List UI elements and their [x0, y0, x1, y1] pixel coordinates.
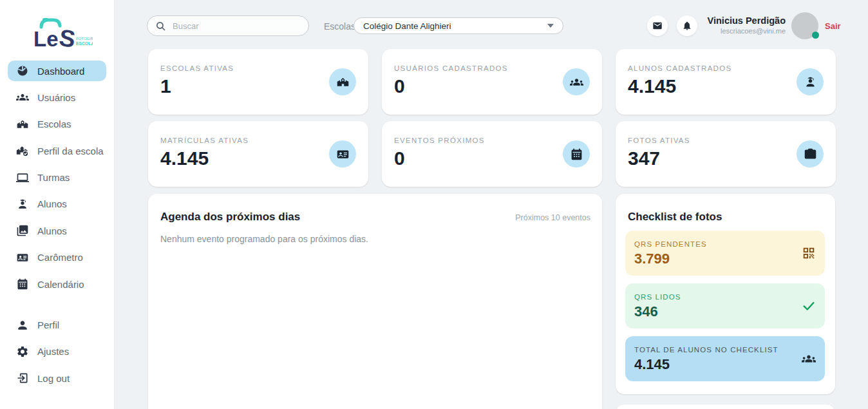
sidebar-item-ajustes[interactable]: Ajustes	[8, 341, 106, 362]
stat-label: USUÁRIOS CADASTRADOS	[394, 64, 508, 72]
stat-value: 0	[394, 147, 405, 169]
stat-card-fotos-ativas: FOTOS ATIVAS 347	[616, 121, 836, 187]
checklist-title: Checklist de fotos	[628, 211, 722, 224]
sidebar-item-carometro[interactable]: Carômetro	[8, 247, 106, 268]
chevron-down-icon	[547, 24, 554, 28]
agenda-subtitle: Próximos 10 eventos	[515, 213, 590, 222]
svg-text:ESCOLAR: ESCOLAR	[76, 41, 93, 46]
stat-card-usuarios-cadastrados: USUÁRIOS CADASTRADOS 0	[382, 49, 602, 115]
school-profile-icon	[16, 144, 29, 157]
sidebar-item-turmas[interactable]: Turmas	[8, 167, 106, 188]
sidebar-item-label: Log out	[37, 373, 70, 384]
sidebar-item-label: Ajustes	[37, 346, 69, 357]
sidebar-item-calendario[interactable]: Calendário	[8, 274, 106, 294]
camera-icon	[797, 140, 824, 167]
school-filter-label: Escolas	[324, 21, 355, 32]
sidebar-item-usuarios[interactable]: Usuários	[8, 87, 106, 108]
sidebar-item-label: Usuários	[37, 92, 75, 103]
school-building-icon	[16, 118, 29, 131]
stat-card-alunos-cadastrados: ALUNOS CADASTRADOS 4.145	[616, 49, 836, 115]
stat-value: 4.145	[160, 147, 209, 169]
notifications-button[interactable]	[677, 15, 697, 36]
checklist-tile-qrs-pendentes: QRS PENDENTES 3.799	[625, 231, 825, 276]
sidebar-item-label: Escolas	[37, 119, 71, 129]
tile-label: TOTAL DE ALUNOS NO CHECKLIST	[634, 346, 778, 354]
school-select-value: Colégio Dante Alighieri	[363, 21, 451, 31]
laptop-icon	[16, 171, 29, 184]
user-info: Vinicius Perdigão lescriacoes@vini.me	[695, 15, 786, 35]
sidebar-item-logout[interactable]: Log out	[8, 368, 106, 388]
next-card-partial	[616, 404, 835, 409]
sidebar-nav: Dashboard Usuários Escolas Perfil da esc…	[0, 61, 114, 388]
sidebar-item-perfil[interactable]: Perfil	[8, 315, 106, 336]
sidebar-item-escolas[interactable]: Escolas	[8, 114, 106, 135]
qr-code-icon	[802, 246, 816, 260]
users-group-icon	[802, 352, 816, 366]
app-logo: Le S FOTOGRAFIA ESCOLAR	[0, 0, 114, 61]
agenda-title: Agenda dos próximos dias	[160, 211, 300, 224]
agenda-empty-message: Nenhum evento programado para os próximo…	[160, 234, 368, 244]
sidebar-item-alunos[interactable]: Alunos	[8, 194, 106, 214]
tile-label: QRS PENDENTES	[634, 240, 707, 248]
tile-value: 3.799	[634, 251, 670, 267]
sidebar-item-alunos-fotos[interactable]: Alunos	[8, 220, 106, 241]
stat-card-eventos-proximos: EVENTOS PRÓXIMOS 0	[382, 121, 602, 187]
stat-value: 4.145	[628, 75, 676, 97]
user-email: lescriacoes@vini.me	[695, 26, 786, 35]
stat-label: ESCOLAS ATIVAS	[160, 64, 234, 72]
messages-button[interactable]	[647, 15, 668, 36]
stat-card-escolas-ativas: ESCOLAS ATIVAS 1	[148, 49, 368, 115]
svg-text:S: S	[57, 24, 77, 52]
stat-card-matriculas-ativas: MATRÍCULAS ATIVAS 4.145	[148, 121, 368, 187]
checklist-tile-qrs-lidos: QRS LIDOS 346	[625, 283, 825, 328]
checklist-tile-total-alunos: TOTAL DE ALUNOS NO CHECKLIST 4.145	[625, 336, 825, 381]
sidebar-item-dashboard[interactable]: Dashboard	[8, 61, 106, 81]
sidebar-item-label: Carômetro	[37, 252, 83, 263]
sidebar-item-label: Turmas	[37, 172, 70, 183]
graduate-icon	[16, 198, 29, 211]
gear-icon	[16, 345, 29, 358]
users-group-icon	[563, 68, 590, 95]
checklist-card: Checklist de fotos QRS PENDENTES 3.799 Q…	[616, 194, 835, 394]
search-input[interactable]	[171, 21, 301, 32]
school-select[interactable]: Colégio Dante Alighieri	[354, 17, 563, 34]
sidebar-item-label: Alunos	[37, 198, 67, 209]
tile-label: QRS LIDOS	[634, 293, 681, 301]
id-card-icon	[329, 140, 356, 167]
search-icon	[155, 21, 166, 32]
tile-value: 346	[634, 303, 658, 320]
sidebar-item-label: Perfil da escola	[37, 146, 104, 157]
tile-value: 4.145	[634, 356, 670, 373]
sidebar-item-perfil-escola[interactable]: Perfil da escola	[8, 140, 106, 161]
sidebar: Le S FOTOGRAFIA ESCOLAR Dashboard Usuári…	[0, 0, 115, 409]
agenda-card: Agenda dos próximos dias Próximos 10 eve…	[148, 194, 602, 409]
id-card-icon	[16, 251, 29, 264]
stat-label: EVENTOS PRÓXIMOS	[394, 137, 485, 144]
stat-label: ALUNOS CADASTRADOS	[628, 64, 731, 72]
users-group-icon	[16, 91, 29, 104]
check-icon	[802, 299, 816, 313]
svg-text:FOTOGRAFIA: FOTOGRAFIA	[76, 36, 93, 41]
school-building-icon	[329, 68, 356, 95]
stat-value: 0	[394, 75, 405, 97]
logout-link[interactable]: Sair	[825, 21, 841, 31]
stats-grid: ESCOLAS ATIVAS 1 USUÁRIOS CADASTRADOS 0 …	[148, 49, 836, 187]
calendar-icon	[563, 140, 590, 167]
stat-label: MATRÍCULAS ATIVAS	[160, 137, 249, 144]
photos-icon	[16, 224, 29, 237]
sidebar-item-label: Calendário	[37, 279, 84, 290]
nav-spacer	[0, 301, 114, 315]
avatar[interactable]	[791, 12, 818, 39]
user-name: Vinicius Perdigão	[695, 15, 786, 26]
sidebar-item-label: Perfil	[37, 319, 59, 330]
stat-value: 347	[628, 147, 660, 169]
dashboard-icon	[16, 64, 29, 77]
svg-text:Le: Le	[33, 27, 59, 51]
bell-icon	[682, 21, 692, 31]
sidebar-item-label: Alunos	[37, 225, 67, 236]
person-icon	[16, 319, 29, 332]
sidebar-item-label: Dashboard	[37, 66, 84, 77]
online-status-dot	[812, 32, 819, 39]
graduate-icon	[797, 68, 824, 95]
calendar-icon	[16, 278, 29, 290]
